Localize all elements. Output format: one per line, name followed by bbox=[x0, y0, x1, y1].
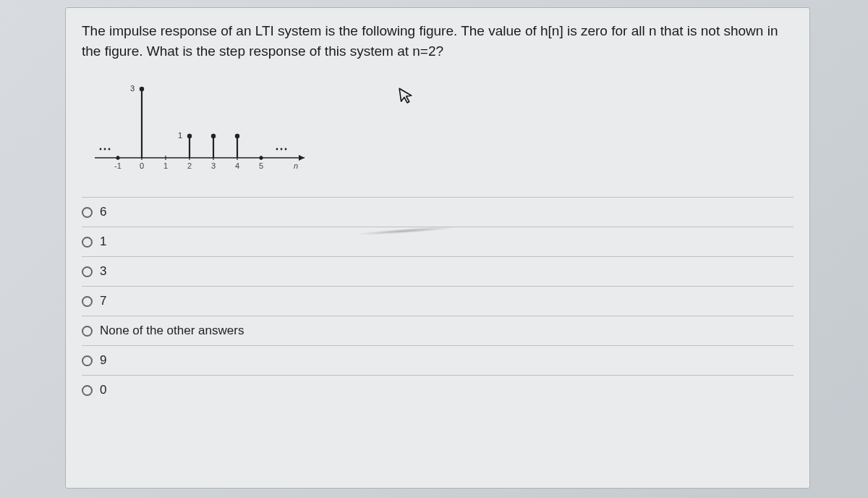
ymarker: 1 bbox=[178, 131, 182, 140]
radio-icon[interactable] bbox=[82, 207, 93, 218]
svg-point-24 bbox=[235, 134, 239, 138]
option-label: 9 bbox=[100, 353, 106, 368]
xtick: 0 bbox=[140, 161, 144, 170]
option-label: None of the other answers bbox=[100, 324, 244, 338]
xtick: 1 bbox=[163, 161, 168, 170]
svg-point-22 bbox=[211, 134, 216, 138]
radio-icon[interactable] bbox=[82, 355, 93, 366]
question-card: The impulse response of an LTI system is… bbox=[65, 7, 810, 489]
svg-point-15 bbox=[116, 156, 119, 159]
stem-plot-svg: -1 0 1 2 3 4 5 n 3 bbox=[88, 71, 319, 180]
svg-point-5 bbox=[276, 148, 278, 151]
svg-point-6 bbox=[281, 148, 283, 151]
xtick: -1 bbox=[114, 161, 122, 170]
cursor-icon bbox=[397, 85, 416, 111]
radio-icon[interactable] bbox=[82, 237, 93, 248]
option-label: 3 bbox=[100, 264, 106, 279]
option-row[interactable]: 1 bbox=[82, 227, 793, 256]
svg-point-25 bbox=[259, 156, 263, 159]
svg-point-3 bbox=[104, 148, 106, 151]
option-label: 6 bbox=[100, 205, 106, 219]
svg-point-4 bbox=[109, 148, 111, 151]
impulse-response-plot: -1 0 1 2 3 4 5 n 3 bbox=[88, 71, 793, 187]
option-row[interactable]: 0 bbox=[82, 375, 793, 405]
option-row[interactable]: 7 bbox=[82, 286, 793, 316]
option-label: 1 bbox=[100, 235, 106, 249]
svg-point-17 bbox=[140, 87, 144, 91]
svg-point-7 bbox=[285, 148, 287, 151]
option-row[interactable]: 3 bbox=[82, 256, 793, 286]
xlabel: n bbox=[294, 161, 298, 170]
svg-point-20 bbox=[187, 134, 192, 138]
xtick: 4 bbox=[235, 161, 239, 170]
option-label: 0 bbox=[100, 383, 106, 397]
question-text: The impulse response of an LTI system is… bbox=[82, 21, 793, 61]
option-row[interactable]: 9 bbox=[82, 345, 793, 375]
option-row[interactable]: None of the other answers bbox=[82, 316, 793, 345]
radio-icon[interactable] bbox=[82, 266, 93, 277]
radio-icon[interactable] bbox=[82, 326, 93, 337]
option-label: 7 bbox=[100, 294, 106, 308]
svg-marker-1 bbox=[299, 155, 305, 161]
radio-icon[interactable] bbox=[82, 296, 93, 307]
svg-point-2 bbox=[100, 148, 102, 151]
xtick: 3 bbox=[211, 161, 216, 170]
radio-icon[interactable] bbox=[82, 385, 93, 396]
xtick: 2 bbox=[187, 161, 192, 170]
xtick: 5 bbox=[259, 161, 263, 170]
option-row[interactable]: 6 bbox=[82, 197, 793, 227]
ymarker: 3 bbox=[130, 84, 135, 93]
